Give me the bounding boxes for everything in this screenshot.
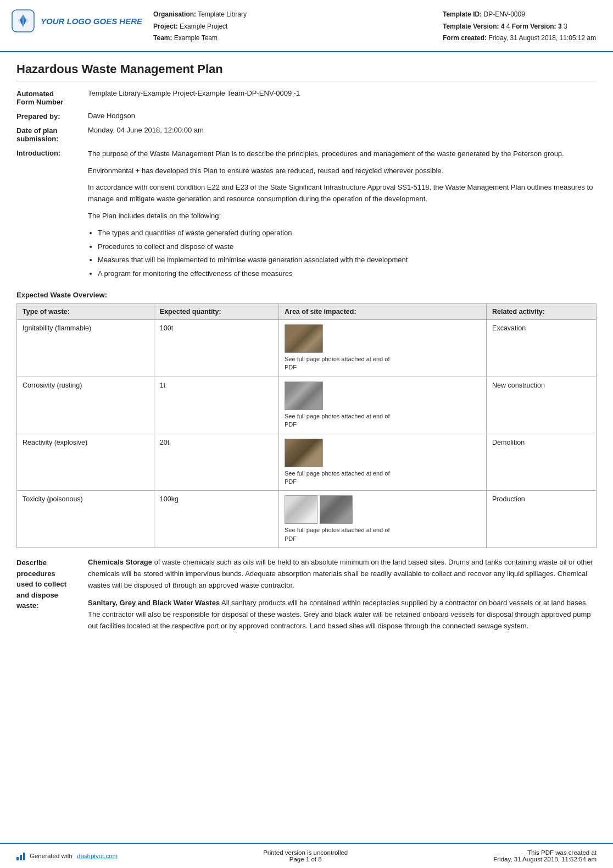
waste-area-4: See full page photos attached at end of …	[279, 491, 487, 548]
procedures-para-1: Chemicals Storage of waste chemicals suc…	[88, 557, 597, 591]
table-row: Ignitability (flammable) 100t See full p…	[17, 319, 597, 377]
main-content: Hazardous Waste Management Plan Automate…	[0, 52, 613, 843]
logo-icon	[11, 9, 35, 33]
template-version-value: 4	[506, 23, 510, 30]
procedures-content: Chemicals Storage of waste chemicals suc…	[88, 557, 597, 639]
header: YOUR LOGO GOES HERE Organisation: Templa…	[0, 0, 613, 52]
photo-production-1	[285, 495, 317, 524]
table-row: Corrosivity (rusting) 1t See full page p…	[17, 377, 597, 434]
waste-overview-heading: Expected Waste Overview:	[16, 291, 597, 299]
header-meta-center: Organisation: Template Library Project: …	[153, 9, 432, 45]
page: YOUR LOGO GOES HERE Organisation: Templa…	[0, 0, 613, 868]
footer-center: Printed version is uncontrolled Page 1 o…	[263, 849, 348, 863]
intro-bullet-2: Procedures to collect and dispose of was…	[98, 241, 597, 253]
intro-bullet-4: A program for monitoring the effectivene…	[98, 268, 597, 280]
header-meta-right: Template ID: DP-ENV-0009 Template Versio…	[443, 9, 597, 45]
logo-text: YOUR LOGO GOES HERE	[41, 16, 142, 26]
org-value: Template Library	[198, 10, 247, 18]
waste-qty-1: 100t	[154, 319, 278, 377]
team-line: Team: Example Team	[153, 32, 432, 45]
document-title: Hazardous Waste Management Plan	[16, 62, 597, 81]
footer: Generated with dashpivot.com Printed ver…	[0, 843, 613, 868]
waste-area-3: See full page photos attached at end of …	[279, 434, 487, 491]
form-created-label: Form created:	[443, 34, 487, 42]
photo-caption-2: See full page photos attached at end of …	[285, 412, 394, 429]
form-version-value: 3	[564, 23, 567, 30]
waste-qty-3: 20t	[154, 434, 278, 491]
photo-production-2	[320, 495, 353, 524]
waste-activity-2: New construction	[487, 377, 597, 434]
waste-area-1: See full page photos attached at end of …	[279, 319, 487, 377]
intro-bullet-3: Measures that will be implemented to min…	[98, 255, 597, 266]
table-row: Reactivity (explosive) 20t See full page…	[17, 434, 597, 491]
photo-construction	[285, 382, 323, 410]
footer-right: This PDF was created at Friday, 31 Augus…	[493, 849, 597, 863]
org-line: Organisation: Template Library	[153, 9, 432, 21]
automated-value: Template Library-Example Project-Example…	[88, 89, 597, 97]
prepared-by-label: Prepared by:	[16, 112, 88, 120]
intro-content: The purpose of the Waste Management Plan…	[88, 148, 597, 283]
col-activity: Related activity:	[487, 303, 597, 319]
waste-type-2: Corrosivity (rusting)	[17, 377, 154, 434]
team-value: Example Team	[174, 34, 218, 42]
procedures-label: Describe procedures used to collect and …	[16, 557, 88, 611]
project-line: Project: Example Project	[153, 21, 432, 33]
waste-area-2: See full page photos attached at end of …	[279, 377, 487, 434]
two-photos	[285, 495, 481, 526]
footer-left: Generated with dashpivot.com	[16, 852, 118, 860]
waste-type-4: Toxicity (poisonous)	[17, 491, 154, 548]
project-label: Project:	[153, 23, 178, 30]
waste-table-header-row: Type of waste: Expected quantity: Area o…	[17, 303, 597, 319]
logo-box: YOUR LOGO GOES HERE	[11, 9, 142, 33]
intro-bullet-list: The types and quantities of waste genera…	[98, 228, 597, 280]
waste-type-3: Reactivity (explosive)	[17, 434, 154, 491]
col-quantity: Expected quantity:	[154, 303, 278, 319]
introduction-section: Introduction: The purpose of the Waste M…	[16, 148, 597, 283]
intro-para-1: The purpose of the Waste Management Plan…	[88, 148, 597, 160]
col-type: Type of waste:	[17, 303, 154, 319]
intro-para-2: Environmental + has developed this Plan …	[88, 165, 597, 177]
project-value: Example Project	[180, 23, 227, 30]
photo-caption-3: See full page photos attached at end of …	[285, 469, 394, 486]
photo-demolition	[285, 439, 323, 467]
dashpivot-bars-icon	[16, 852, 25, 860]
waste-table-header: Type of waste: Expected quantity: Area o…	[17, 303, 597, 319]
pdf-created-date: Friday, 31 August 2018, 11:52:54 am	[493, 856, 597, 863]
date-row: Date of plan submission: Monday, 04 June…	[16, 126, 597, 143]
generated-text: Generated with	[30, 853, 73, 859]
template-id-label: Template ID:	[443, 10, 482, 18]
waste-type-1: Ignitability (flammable)	[17, 319, 154, 377]
photo-caption-1: See full page photos attached at end of …	[285, 355, 394, 372]
waste-qty-2: 1t	[154, 377, 278, 434]
intro-label: Introduction:	[16, 148, 88, 157]
prepared-by-row: Prepared by: Dave Hodgson	[16, 112, 597, 120]
template-version-label: Template Version: 4	[443, 23, 504, 30]
waste-activity-3: Demolition	[487, 434, 597, 491]
procedures-para-2: Sanitary, Grey and Black Water Wastes Al…	[88, 598, 597, 632]
sanitary-bold: Sanitary, Grey and Black Water Wastes	[88, 599, 220, 607]
uncontrolled-text: Printed version is uncontrolled	[263, 849, 348, 856]
waste-table: Type of waste: Expected quantity: Area o…	[16, 303, 597, 548]
template-id-value: DP-ENV-0009	[483, 10, 525, 18]
pdf-created-label: This PDF was created at	[493, 849, 597, 856]
team-label: Team:	[153, 34, 172, 42]
waste-qty-4: 100kg	[154, 491, 278, 548]
chemicals-storage-rest: of waste chemicals such as oils will be …	[88, 558, 593, 589]
intro-para-3: In accordance with consent condition E22…	[88, 182, 597, 205]
chemicals-storage-bold: Chemicals Storage	[88, 558, 152, 566]
dashpivot-link[interactable]: dashpivot.com	[77, 853, 118, 859]
date-value: Monday, 04 June 2018, 12:00:00 am	[88, 126, 597, 134]
waste-table-body: Ignitability (flammable) 100t See full p…	[17, 319, 597, 548]
date-label: Date of plan submission:	[16, 126, 88, 143]
template-version-line: Template Version: 4 4 Form Version: 3 3	[443, 21, 597, 33]
procedures-section: Describe procedures used to collect and …	[16, 557, 597, 639]
page-number: Page 1 of 8	[263, 856, 348, 863]
waste-activity-1: Excavation	[487, 319, 597, 377]
intro-para-4: The Plan includes details on the followi…	[88, 211, 597, 222]
org-label: Organisation:	[153, 10, 196, 18]
intro-bullet-1: The types and quantities of waste genera…	[98, 228, 597, 239]
form-version-label: Form Version: 3	[512, 23, 562, 30]
prepared-by-value: Dave Hodgson	[88, 112, 597, 120]
waste-activity-4: Production	[487, 491, 597, 548]
table-row: Toxicity (poisonous) 100kg See full page…	[17, 491, 597, 548]
